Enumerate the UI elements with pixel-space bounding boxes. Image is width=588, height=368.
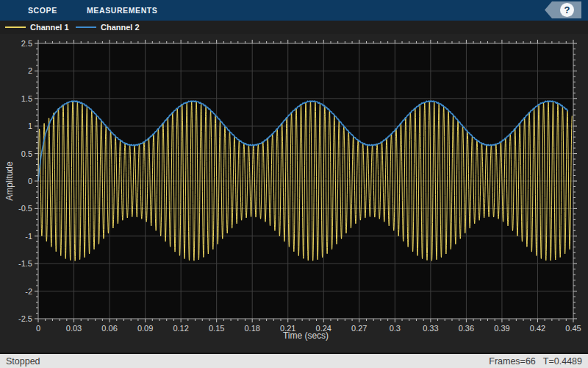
legend-item-channel1[interactable]: Channel 1	[5, 21, 69, 34]
y-tick-label: 0	[28, 177, 32, 185]
sim-time: T=0.4489	[543, 356, 582, 367]
channel2-line-swatch	[76, 26, 96, 28]
scope-plot: 00.030.060.090.120.150.180.210.240.270.3…	[0, 34, 588, 346]
y-tick-label: 0.5	[21, 149, 32, 158]
y-tick-label: -2.5	[18, 314, 32, 323]
legend-item-channel2[interactable]: Channel 2	[76, 21, 140, 34]
channel2-label: Channel 2	[101, 23, 140, 32]
time-scope-window: SCOPE MEASUREMENTS ? Channel 1 Channel 2…	[0, 0, 588, 368]
help-button[interactable]: ?	[545, 1, 581, 18]
toolstrip: SCOPE MEASUREMENTS ?	[0, 0, 588, 21]
channel1-line-swatch	[5, 26, 26, 28]
y-tick-label: -1	[25, 232, 32, 241]
status-text: Stopped	[6, 356, 40, 367]
y-tick-label: 1	[28, 121, 32, 130]
frames-count: Frames=66	[489, 356, 536, 367]
x-axis-label: Time (secs)	[38, 330, 573, 341]
y-tick-label: 2.5	[21, 39, 32, 48]
channel1-label: Channel 1	[30, 23, 69, 32]
y-tick-label: 2	[28, 66, 32, 75]
legend: Channel 1 Channel 2	[0, 21, 588, 34]
frames-time-readout: Frames=66 T=0.4489	[489, 356, 582, 367]
status-bar: Stopped Frames=66 T=0.4489	[0, 353, 588, 368]
tab-measurements[interactable]: MEASUREMENTS	[87, 0, 157, 21]
y-tick-label: 1.5	[21, 94, 32, 103]
y-tick-label: -1.5	[18, 259, 32, 268]
y-tick-label: -2	[25, 287, 32, 296]
y-axis-label: Amplitude	[4, 152, 16, 210]
tab-scope[interactable]: SCOPE	[28, 0, 57, 21]
help-icon: ?	[560, 3, 574, 17]
y-tick-label: -0.5	[18, 204, 32, 213]
